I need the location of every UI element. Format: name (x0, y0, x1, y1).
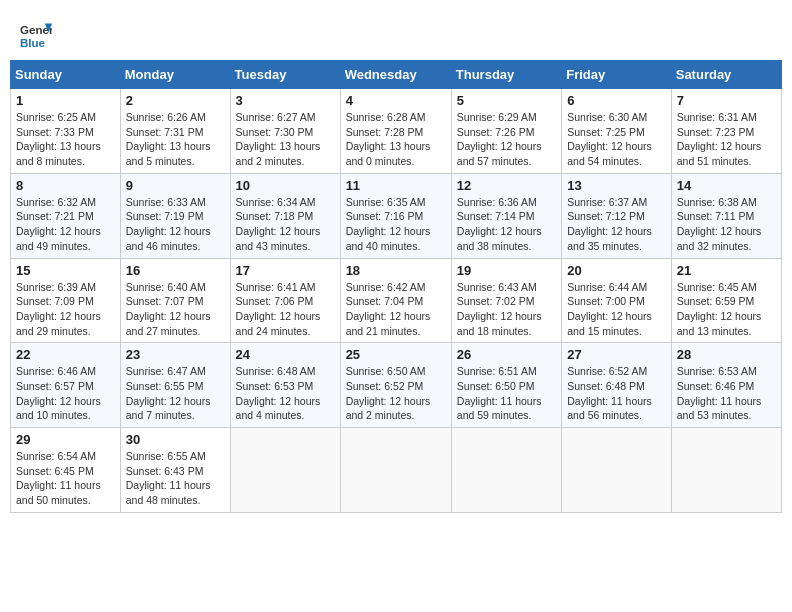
day-number: 2 (126, 93, 225, 108)
day-number: 16 (126, 263, 225, 278)
day-info: Sunrise: 6:51 AM Sunset: 6:50 PM Dayligh… (457, 364, 556, 423)
weekday-header-tuesday: Tuesday (230, 61, 340, 89)
calendar-cell: 22Sunrise: 6:46 AM Sunset: 6:57 PM Dayli… (11, 343, 121, 428)
day-info: Sunrise: 6:54 AM Sunset: 6:45 PM Dayligh… (16, 449, 115, 508)
day-number: 5 (457, 93, 556, 108)
logo-icon: General Blue (20, 20, 52, 52)
calendar-cell: 14Sunrise: 6:38 AM Sunset: 7:11 PM Dayli… (671, 173, 781, 258)
weekday-header-sunday: Sunday (11, 61, 121, 89)
day-number: 12 (457, 178, 556, 193)
day-number: 20 (567, 263, 666, 278)
day-info: Sunrise: 6:46 AM Sunset: 6:57 PM Dayligh… (16, 364, 115, 423)
day-info: Sunrise: 6:31 AM Sunset: 7:23 PM Dayligh… (677, 110, 776, 169)
day-number: 29 (16, 432, 115, 447)
day-number: 10 (236, 178, 335, 193)
day-info: Sunrise: 6:41 AM Sunset: 7:06 PM Dayligh… (236, 280, 335, 339)
day-number: 8 (16, 178, 115, 193)
calendar-cell: 18Sunrise: 6:42 AM Sunset: 7:04 PM Dayli… (340, 258, 451, 343)
day-info: Sunrise: 6:53 AM Sunset: 6:46 PM Dayligh… (677, 364, 776, 423)
day-info: Sunrise: 6:44 AM Sunset: 7:00 PM Dayligh… (567, 280, 666, 339)
day-info: Sunrise: 6:26 AM Sunset: 7:31 PM Dayligh… (126, 110, 225, 169)
day-number: 4 (346, 93, 446, 108)
calendar-cell: 1Sunrise: 6:25 AM Sunset: 7:33 PM Daylig… (11, 89, 121, 174)
day-number: 6 (567, 93, 666, 108)
calendar-cell: 11Sunrise: 6:35 AM Sunset: 7:16 PM Dayli… (340, 173, 451, 258)
calendar-cell (230, 428, 340, 513)
weekday-header-row: SundayMondayTuesdayWednesdayThursdayFrid… (11, 61, 782, 89)
calendar-cell: 23Sunrise: 6:47 AM Sunset: 6:55 PM Dayli… (120, 343, 230, 428)
svg-text:Blue: Blue (20, 37, 46, 49)
day-number: 3 (236, 93, 335, 108)
day-info: Sunrise: 6:28 AM Sunset: 7:28 PM Dayligh… (346, 110, 446, 169)
day-number: 23 (126, 347, 225, 362)
calendar-cell: 25Sunrise: 6:50 AM Sunset: 6:52 PM Dayli… (340, 343, 451, 428)
calendar-cell: 26Sunrise: 6:51 AM Sunset: 6:50 PM Dayli… (451, 343, 561, 428)
day-number: 11 (346, 178, 446, 193)
day-number: 26 (457, 347, 556, 362)
day-info: Sunrise: 6:32 AM Sunset: 7:21 PM Dayligh… (16, 195, 115, 254)
calendar-cell: 17Sunrise: 6:41 AM Sunset: 7:06 PM Dayli… (230, 258, 340, 343)
day-info: Sunrise: 6:25 AM Sunset: 7:33 PM Dayligh… (16, 110, 115, 169)
calendar-week-5: 29Sunrise: 6:54 AM Sunset: 6:45 PM Dayli… (11, 428, 782, 513)
calendar-cell: 9Sunrise: 6:33 AM Sunset: 7:19 PM Daylig… (120, 173, 230, 258)
day-info: Sunrise: 6:34 AM Sunset: 7:18 PM Dayligh… (236, 195, 335, 254)
calendar: SundayMondayTuesdayWednesdayThursdayFrid… (10, 60, 782, 513)
day-info: Sunrise: 6:52 AM Sunset: 6:48 PM Dayligh… (567, 364, 666, 423)
calendar-cell: 4Sunrise: 6:28 AM Sunset: 7:28 PM Daylig… (340, 89, 451, 174)
calendar-cell: 12Sunrise: 6:36 AM Sunset: 7:14 PM Dayli… (451, 173, 561, 258)
calendar-cell (451, 428, 561, 513)
calendar-cell: 15Sunrise: 6:39 AM Sunset: 7:09 PM Dayli… (11, 258, 121, 343)
day-info: Sunrise: 6:50 AM Sunset: 6:52 PM Dayligh… (346, 364, 446, 423)
calendar-cell: 20Sunrise: 6:44 AM Sunset: 7:00 PM Dayli… (562, 258, 672, 343)
day-info: Sunrise: 6:39 AM Sunset: 7:09 PM Dayligh… (16, 280, 115, 339)
calendar-cell: 28Sunrise: 6:53 AM Sunset: 6:46 PM Dayli… (671, 343, 781, 428)
calendar-cell: 27Sunrise: 6:52 AM Sunset: 6:48 PM Dayli… (562, 343, 672, 428)
day-info: Sunrise: 6:42 AM Sunset: 7:04 PM Dayligh… (346, 280, 446, 339)
weekday-header-friday: Friday (562, 61, 672, 89)
weekday-header-thursday: Thursday (451, 61, 561, 89)
day-info: Sunrise: 6:33 AM Sunset: 7:19 PM Dayligh… (126, 195, 225, 254)
calendar-cell (340, 428, 451, 513)
day-info: Sunrise: 6:55 AM Sunset: 6:43 PM Dayligh… (126, 449, 225, 508)
calendar-cell: 8Sunrise: 6:32 AM Sunset: 7:21 PM Daylig… (11, 173, 121, 258)
day-number: 25 (346, 347, 446, 362)
day-info: Sunrise: 6:43 AM Sunset: 7:02 PM Dayligh… (457, 280, 556, 339)
day-number: 24 (236, 347, 335, 362)
day-number: 1 (16, 93, 115, 108)
calendar-cell: 2Sunrise: 6:26 AM Sunset: 7:31 PM Daylig… (120, 89, 230, 174)
day-number: 17 (236, 263, 335, 278)
day-number: 19 (457, 263, 556, 278)
day-number: 13 (567, 178, 666, 193)
calendar-cell: 6Sunrise: 6:30 AM Sunset: 7:25 PM Daylig… (562, 89, 672, 174)
day-number: 14 (677, 178, 776, 193)
calendar-cell (562, 428, 672, 513)
day-number: 15 (16, 263, 115, 278)
day-number: 7 (677, 93, 776, 108)
logo: General Blue (20, 20, 52, 52)
calendar-cell (671, 428, 781, 513)
day-info: Sunrise: 6:35 AM Sunset: 7:16 PM Dayligh… (346, 195, 446, 254)
day-info: Sunrise: 6:27 AM Sunset: 7:30 PM Dayligh… (236, 110, 335, 169)
calendar-week-1: 1Sunrise: 6:25 AM Sunset: 7:33 PM Daylig… (11, 89, 782, 174)
calendar-cell: 24Sunrise: 6:48 AM Sunset: 6:53 PM Dayli… (230, 343, 340, 428)
calendar-cell: 29Sunrise: 6:54 AM Sunset: 6:45 PM Dayli… (11, 428, 121, 513)
day-info: Sunrise: 6:38 AM Sunset: 7:11 PM Dayligh… (677, 195, 776, 254)
calendar-week-4: 22Sunrise: 6:46 AM Sunset: 6:57 PM Dayli… (11, 343, 782, 428)
header: General Blue (10, 10, 782, 60)
calendar-cell: 3Sunrise: 6:27 AM Sunset: 7:30 PM Daylig… (230, 89, 340, 174)
calendar-cell: 7Sunrise: 6:31 AM Sunset: 7:23 PM Daylig… (671, 89, 781, 174)
day-number: 30 (126, 432, 225, 447)
day-number: 18 (346, 263, 446, 278)
calendar-week-3: 15Sunrise: 6:39 AM Sunset: 7:09 PM Dayli… (11, 258, 782, 343)
day-info: Sunrise: 6:30 AM Sunset: 7:25 PM Dayligh… (567, 110, 666, 169)
day-number: 21 (677, 263, 776, 278)
day-number: 22 (16, 347, 115, 362)
day-info: Sunrise: 6:29 AM Sunset: 7:26 PM Dayligh… (457, 110, 556, 169)
calendar-cell: 5Sunrise: 6:29 AM Sunset: 7:26 PM Daylig… (451, 89, 561, 174)
day-info: Sunrise: 6:37 AM Sunset: 7:12 PM Dayligh… (567, 195, 666, 254)
day-number: 27 (567, 347, 666, 362)
day-info: Sunrise: 6:40 AM Sunset: 7:07 PM Dayligh… (126, 280, 225, 339)
weekday-header-monday: Monday (120, 61, 230, 89)
calendar-cell: 19Sunrise: 6:43 AM Sunset: 7:02 PM Dayli… (451, 258, 561, 343)
day-info: Sunrise: 6:36 AM Sunset: 7:14 PM Dayligh… (457, 195, 556, 254)
